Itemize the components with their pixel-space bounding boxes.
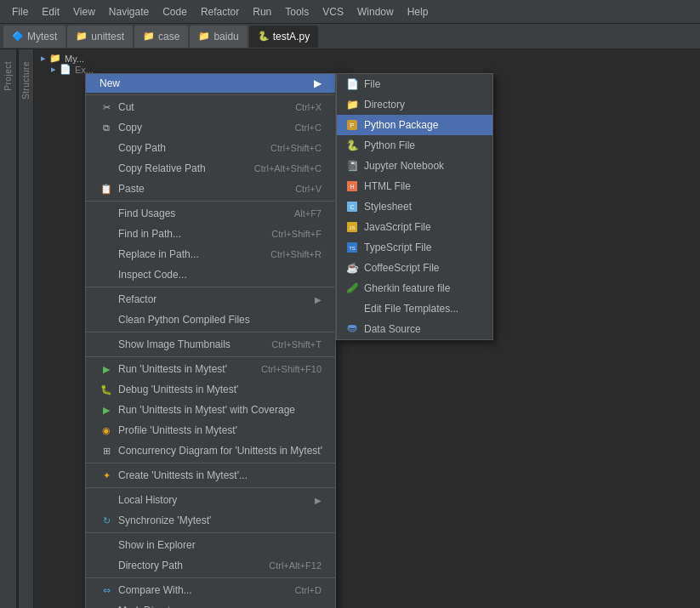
menu-view[interactable]: View xyxy=(66,3,102,21)
structure-panel-label[interactable]: Structure xyxy=(21,61,31,99)
local-history-label: Local History xyxy=(118,494,177,506)
stylesheet-icon: C xyxy=(345,200,359,213)
find-usages-label: Find Usages xyxy=(118,207,175,219)
new-file-label: File xyxy=(364,78,380,90)
inspect-icon xyxy=(100,268,113,281)
edit-templates-icon xyxy=(345,302,359,315)
menu-item-inspect-code[interactable]: Inspect Code... xyxy=(86,264,335,285)
context-menu-primary: New ▶ ✂ Cut Ctrl+X ⧉ Copy Ctrl+C xyxy=(85,73,336,608)
menu-item-show-thumbnails[interactable]: Show Image Thumbnails Ctrl+Shift+T xyxy=(86,334,335,355)
new-directory-label: Directory xyxy=(364,99,405,111)
svg-text:P: P xyxy=(350,122,354,129)
copy-icon: ⧉ xyxy=(100,121,113,134)
separator-9 xyxy=(86,577,335,578)
tab-testa[interactable]: 🐍 testA.py xyxy=(249,26,318,48)
copy-label: Copy xyxy=(118,122,142,134)
separator-2 xyxy=(86,201,335,202)
menu-item-directory-path[interactable]: Directory Path Ctrl+Alt+F12 xyxy=(86,555,335,576)
menu-item-profile[interactable]: ◉ Profile 'Unittests in Mytest' xyxy=(86,420,335,440)
svg-text:C: C xyxy=(350,204,354,210)
new-menu-item-coffeescript[interactable]: ☕ CoffeeScript File xyxy=(337,258,492,278)
new-menu-item-file[interactable]: 📄 File xyxy=(337,74,492,94)
menu-tools[interactable]: Tools xyxy=(278,3,316,21)
menu-window[interactable]: Window xyxy=(350,3,401,21)
new-edit-templates-label: Edit File Templates... xyxy=(364,303,458,315)
menu-item-create[interactable]: ✦ Create 'Unittests in Mytest'... xyxy=(86,465,335,486)
copy-path-icon xyxy=(100,141,113,155)
case-label: case xyxy=(158,31,179,43)
menu-item-debug-unittests[interactable]: 🐛 Debug 'Unittests in Mytest' xyxy=(86,379,335,400)
html-icon: H xyxy=(345,179,359,193)
tab-baidu[interactable]: 📁 baidu xyxy=(190,26,247,48)
new-stylesheet-label: Stylesheet xyxy=(364,201,412,213)
mytest-label: Mytest xyxy=(27,31,57,43)
clean-icon xyxy=(100,313,113,327)
new-menu-item-stylesheet[interactable]: C Stylesheet xyxy=(337,196,492,217)
menu-item-copy-relative-path[interactable]: Copy Relative Path Ctrl+Alt+Shift+C xyxy=(86,158,335,179)
menu-item-paste[interactable]: 📋 Paste Ctrl+V xyxy=(86,179,335,199)
directory-icon: 📁 xyxy=(345,98,359,111)
menu-item-synchronize[interactable]: ↻ Synchronize 'Mytest' xyxy=(86,510,335,531)
tab-mytest[interactable]: 🔷 Mytest xyxy=(3,26,65,48)
new-menu-item-gherkin[interactable]: 🥒 Gherkin feature file xyxy=(337,278,492,298)
new-menu-item-javascript[interactable]: JS JavaScript File xyxy=(337,217,492,237)
create-icon: ✦ xyxy=(100,469,113,482)
separator-3 xyxy=(86,287,335,287)
run-coverage-icon: ▶ xyxy=(100,403,113,417)
menu-item-refactor[interactable]: Refactor ▶ xyxy=(86,289,335,310)
menu-item-show-explorer[interactable]: Show in Explorer xyxy=(86,535,335,555)
debug-icon: 🐛 xyxy=(100,383,113,396)
concurrency-label: Concurrency Diagram for 'Unittests in My… xyxy=(118,445,322,457)
new-menu-item-python-package[interactable]: P Python Package xyxy=(337,115,492,135)
menu-item-concurrency[interactable]: ⊞ Concurrency Diagram for 'Unittests in … xyxy=(86,440,335,461)
unittest-icon: 📁 xyxy=(76,31,88,42)
menu-item-local-history[interactable]: Local History ▶ xyxy=(86,490,335,510)
menu-bar: File Edit View Navigate Code Refactor Ru… xyxy=(0,0,700,24)
menu-item-run-unittests[interactable]: ▶ Run 'Unittests in Mytest' Ctrl+Shift+F… xyxy=(86,359,335,379)
menu-refactor[interactable]: Refactor xyxy=(194,3,246,21)
menu-vcs[interactable]: VCS xyxy=(316,3,350,21)
new-menu-item-datasource[interactable]: Data Source xyxy=(337,319,492,339)
paste-label: Paste xyxy=(118,183,145,195)
clean-label: Clean Python Compiled Files xyxy=(118,314,250,326)
new-menu-item-typescript[interactable]: TS TypeScript File xyxy=(337,237,492,258)
menu-item-compare[interactable]: ⇔ Compare With... Ctrl+D xyxy=(86,580,335,600)
new-javascript-label: JavaScript File xyxy=(364,221,431,233)
thumbnails-shortcut: Ctrl+Shift+T xyxy=(271,339,322,349)
menu-run[interactable]: Run xyxy=(246,3,278,21)
new-menu-item-edit-templates[interactable]: Edit File Templates... xyxy=(337,298,492,319)
separator-4 xyxy=(86,332,335,332)
new-menu-item-python-file[interactable]: 🐍 Python File xyxy=(337,135,492,156)
separator-1 xyxy=(86,94,335,95)
menu-help[interactable]: Help xyxy=(401,3,435,21)
tab-unittest[interactable]: 📁 unittest xyxy=(67,26,133,48)
menu-item-clean-python[interactable]: Clean Python Compiled Files xyxy=(86,310,335,330)
run-icon: ▶ xyxy=(100,362,113,376)
menu-code[interactable]: Code xyxy=(156,3,194,21)
copy-path-label: Copy Path xyxy=(118,142,166,154)
menu-item-new[interactable]: New ▶ xyxy=(86,74,335,93)
mark-directory-label: Mark Directory as xyxy=(118,605,198,608)
cut-icon: ✂ xyxy=(100,100,113,114)
project-panel-label[interactable]: Project xyxy=(3,61,13,91)
menu-item-mark-directory[interactable]: Mark Directory as ▶ xyxy=(86,600,335,608)
menu-navigate[interactable]: Navigate xyxy=(102,3,156,21)
local-history-icon xyxy=(100,493,113,507)
tab-case[interactable]: 📁 case xyxy=(134,26,188,48)
menu-item-find-usages[interactable]: Find Usages Alt+F7 xyxy=(86,203,335,224)
menu-item-run-coverage[interactable]: ▶ Run 'Unittests in Mytest' with Coverag… xyxy=(86,400,335,420)
menu-file[interactable]: File xyxy=(5,3,35,21)
new-arrow: ▶ xyxy=(314,77,322,89)
menu-item-copy-path[interactable]: Copy Path Ctrl+Shift+C xyxy=(86,138,335,158)
menu-item-cut[interactable]: ✂ Cut Ctrl+X xyxy=(86,97,335,117)
menu-item-replace-in-path[interactable]: Replace in Path... Ctrl+Shift+R xyxy=(86,244,335,264)
new-menu-item-html[interactable]: H HTML File xyxy=(337,176,492,196)
mark-directory-icon xyxy=(100,604,113,608)
new-menu-item-directory[interactable]: 📁 Directory xyxy=(337,94,492,115)
menu-item-find-in-path[interactable]: Find in Path... Ctrl+Shift+F xyxy=(86,224,335,244)
menu-item-copy[interactable]: ⧉ Copy Ctrl+C xyxy=(86,117,335,138)
profile-label: Profile 'Unittests in Mytest' xyxy=(118,424,237,436)
new-menu-item-jupyter[interactable]: 📓 Jupyter Notebook xyxy=(337,156,492,176)
menu-edit[interactable]: Edit xyxy=(35,3,66,21)
testa-icon: 🐍 xyxy=(258,31,270,42)
